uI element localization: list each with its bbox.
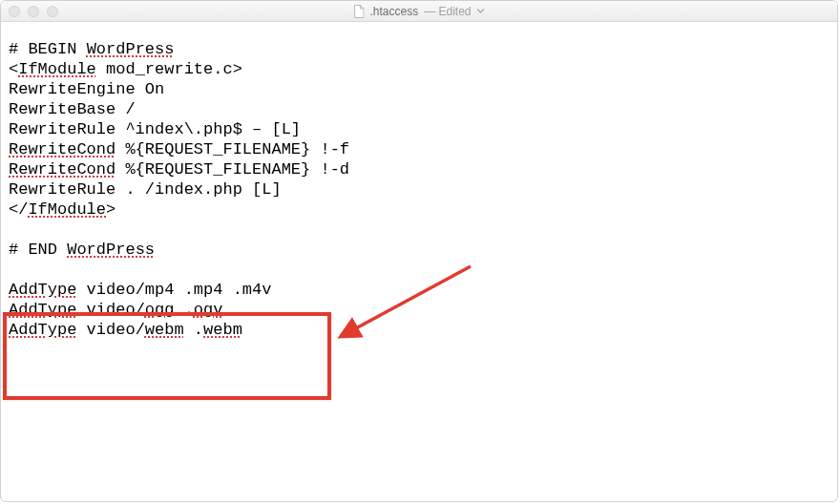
code-line: RewriteBase / [9, 100, 136, 118]
code-line: <IfModule mod_rewrite.c> [9, 60, 242, 78]
code-line: # BEGIN WordPress [9, 40, 174, 58]
code-line: RewriteCond %{REQUEST_FILENAME} !-f [9, 140, 349, 158]
code-line: RewriteCond %{REQUEST_FILENAME} !-d [9, 160, 349, 178]
code-line: # END WordPress [9, 241, 155, 259]
code-line: RewriteRule . /index.php [L] [9, 180, 282, 199]
window-title[interactable]: .htaccess — Edited [353, 5, 484, 18]
minimize-button[interactable] [28, 6, 39, 17]
chevron-down-icon[interactable] [477, 8, 485, 15]
text-editor-content[interactable]: # BEGIN WordPress <IfModule mod_rewrite.… [1, 22, 837, 501]
edited-status: — Edited [424, 5, 471, 18]
code-line: </IfModule> [9, 200, 116, 219]
annotation-highlight-box [3, 312, 331, 400]
zoom-button[interactable] [47, 6, 58, 17]
editor-window: .htaccess — Edited # BEGIN WordPress <If… [0, 0, 838, 502]
code-line: RewriteEngine On [9, 80, 164, 98]
titlebar[interactable]: .htaccess — Edited [1, 1, 837, 22]
document-icon [353, 5, 364, 18]
filename-label: .htaccess [369, 5, 418, 18]
code-line: AddType video/mp4 .mp4 .m4v [9, 281, 271, 299]
close-button[interactable] [9, 6, 20, 17]
traffic-lights [9, 6, 58, 17]
code-line: RewriteRule ^index\.php$ – [L] [9, 120, 301, 138]
